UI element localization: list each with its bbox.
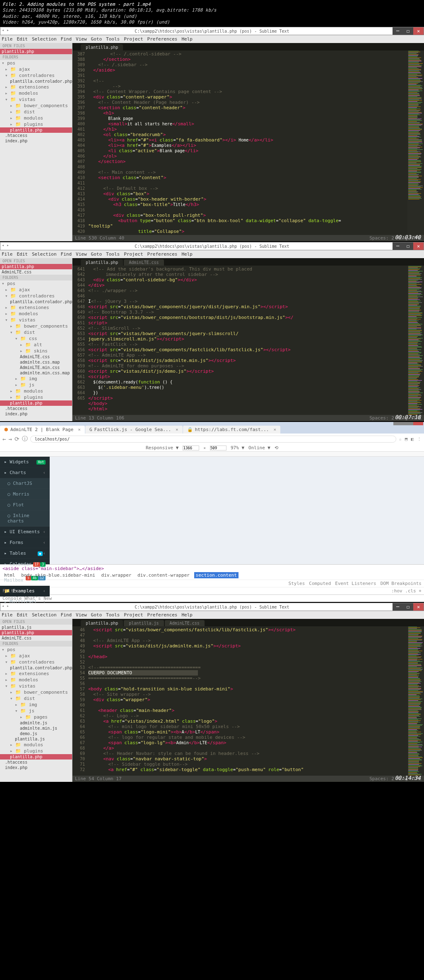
sidebar-item[interactable]: ○ ChartJS — [0, 478, 50, 489]
file-item[interactable]: index.php — [0, 765, 72, 770]
reload-button[interactable]: ⟳ — [14, 436, 19, 442]
folder-root[interactable]: pos — [0, 60, 72, 66]
file-item[interactable]: .htaccess — [0, 133, 72, 138]
sidebar-item[interactable]: ▸ WidgetsHot — [0, 457, 50, 467]
sidebar-item[interactable]: ○ Morris — [0, 489, 50, 500]
open-file[interactable]: plantilla.js — [0, 625, 72, 630]
filter-input[interactable]: Filter — [2, 588, 19, 594]
code-editor[interactable]: <script src="vistas/bower_components/fas… — [88, 626, 407, 776]
code-editor[interactable]: <!-- /.control-sidebar --> </section> <!… — [88, 50, 407, 235]
open-file[interactable]: plantilla.php — [0, 264, 72, 269]
file-item[interactable]: plantilla.js — [0, 736, 72, 742]
folder-item[interactable]: 📁 plugins — [0, 748, 72, 754]
folder-item[interactable]: 📁 dist — [0, 109, 72, 115]
panel-tab[interactable]: DOM Breakpoints — [381, 581, 422, 586]
editor-tab[interactable]: AdminLTE.css — [124, 259, 164, 266]
folder-item[interactable]: 📁 extensiones — [0, 84, 72, 90]
menu-help[interactable]: Help — [181, 36, 193, 42]
folder-item[interactable]: 📁 img — [0, 702, 72, 708]
editor-tab[interactable]: plantilla.php — [81, 44, 123, 50]
devtools-drawer[interactable]: Console What's New — [0, 594, 424, 602]
folder-item[interactable]: 📁 extensiones — [0, 304, 72, 311]
maximize-button[interactable]: ☐ — [403, 27, 413, 35]
menu-find[interactable]: Find — [61, 36, 72, 42]
minimize-button[interactable]: ─ — [393, 242, 403, 250]
minimap[interactable] — [407, 50, 424, 235]
menu-file[interactable]: File — [2, 36, 13, 42]
back-button[interactable]: ← — [2, 436, 6, 442]
rotate-icon[interactable]: ⟲ — [275, 445, 278, 450]
file-item[interactable]: index.php — [0, 138, 72, 144]
open-file[interactable]: plantilla.php — [0, 630, 72, 635]
menu-edit[interactable]: Edit — [17, 36, 28, 42]
file-item[interactable]: index.php — [0, 411, 72, 417]
maximize-button[interactable]: ☐ — [403, 242, 413, 250]
folder-item[interactable]: 📁 pages — [0, 714, 72, 720]
menu-tools[interactable]: Tools — [106, 36, 120, 42]
folder-item[interactable]: 📁 bower_components — [0, 689, 72, 695]
close-tab-icon[interactable]: × — [78, 427, 81, 432]
folder-item[interactable]: 📁 plugins — [0, 394, 72, 400]
zoom-select[interactable]: 97% ▼ — [231, 445, 244, 450]
throttle-select[interactable]: Online ▼ — [248, 445, 270, 450]
address-bar[interactable]: localhost/pos/ — [30, 436, 396, 443]
editor-tab[interactable]: plantilla.js — [124, 620, 164, 626]
width-input[interactable] — [183, 446, 199, 450]
close-button[interactable]: ✕ — [413, 242, 424, 250]
sidebar-item[interactable]: ○ Inline charts — [0, 510, 50, 527]
device-mode[interactable]: Responsive ▼ — [146, 445, 178, 450]
folder-item[interactable]: 📁 modulos — [0, 388, 72, 394]
browser-tab[interactable]: 🔒https://labs.ft.com/fast...× — [183, 426, 280, 434]
panel-tab[interactable]: Event Listeners — [335, 581, 376, 586]
sidebar-item[interactable]: ▸ Charts‹ — [0, 467, 50, 478]
info-icon[interactable]: ⓘ — [22, 435, 28, 443]
file-item[interactable]: plantilla.controlador.php — [0, 79, 72, 84]
maximize-button[interactable]: ☐ — [403, 603, 413, 611]
breadcrumb[interactable]: div.content-wrapper — [136, 572, 191, 578]
breadcrumb[interactable]: html — [2, 572, 17, 578]
open-file[interactable]: AdminLTE.css — [0, 269, 72, 275]
folder-item[interactable]: 📁 vistas — [0, 683, 72, 689]
folder-item[interactable]: 📁 controladores — [0, 659, 72, 665]
ext-icon[interactable]: ⬒ — [405, 436, 408, 442]
folder-item[interactable]: 📁 img — [0, 376, 72, 382]
folder-item[interactable]: 📁 controladores — [0, 293, 72, 299]
devtools-html[interactable]: <aside class="main-sidebar">…</aside> — [2, 566, 422, 571]
folder-item[interactable]: 📁 vistas — [0, 317, 72, 323]
editor-tab[interactable]: plantilla.php — [81, 259, 123, 266]
file-item[interactable]: demo.js — [0, 731, 72, 736]
folder-item[interactable]: 📁 bower_components — [0, 103, 72, 109]
file-item[interactable]: adminlte.min.js — [0, 726, 72, 731]
tab-nav-icon[interactable]: ◂ ▸ — [2, 28, 9, 32]
file-item[interactable]: plantilla.controlador.php — [0, 665, 72, 671]
open-file[interactable]: plantilla.php — [0, 49, 72, 54]
file-item[interactable]: adminlte.min.css.map — [0, 370, 72, 376]
file-item[interactable]: adminlte.css.map — [0, 359, 72, 365]
file-item[interactable]: plantilla.php — [0, 754, 72, 760]
star-icon[interactable]: ☆ — [399, 436, 402, 442]
editor-tab[interactable]: plantilla.php — [81, 620, 123, 626]
file-item[interactable]: .htaccess — [0, 406, 72, 411]
panel-tab[interactable]: Computed — [309, 581, 331, 586]
menu-preferences[interactable]: Preferences — [147, 36, 178, 42]
folder-item[interactable]: 📁 modelos — [0, 90, 72, 96]
folder-item[interactable]: 📁 ajax — [0, 287, 72, 293]
code-editor[interactable]: <!-- Add the sidebar's background. This … — [88, 266, 407, 415]
height-input[interactable] — [210, 446, 226, 450]
folder-item[interactable]: 📁 ajax — [0, 66, 72, 72]
folder-item[interactable]: 📁 modulos — [0, 115, 72, 121]
folder-item[interactable]: 📁 bower_components — [0, 323, 72, 329]
folder-item[interactable]: 📁 js — [0, 708, 72, 714]
sidebar-item[interactable]: ▸ Tables●‹ — [0, 548, 50, 559]
minimize-button[interactable]: ─ — [393, 603, 403, 611]
menu-icon[interactable]: ⋮ — [417, 436, 422, 442]
browser-tab[interactable]: ⬢AdminLTE 2 | Blank Page× — [0, 426, 85, 434]
file-item[interactable]: plantilla.php — [0, 400, 72, 406]
minimap[interactable] — [407, 266, 424, 415]
file-item[interactable]: AdminLTE.min.css — [0, 365, 72, 370]
folder-item[interactable]: 📁 extensiones — [0, 671, 72, 677]
ext-icon[interactable]: ◧ — [411, 436, 414, 442]
breadcrumb[interactable]: div.wrapper — [100, 572, 133, 578]
folder-item[interactable]: 📁 controladores — [0, 72, 72, 79]
file-item[interactable]: plantilla.controlador.php — [0, 299, 72, 304]
